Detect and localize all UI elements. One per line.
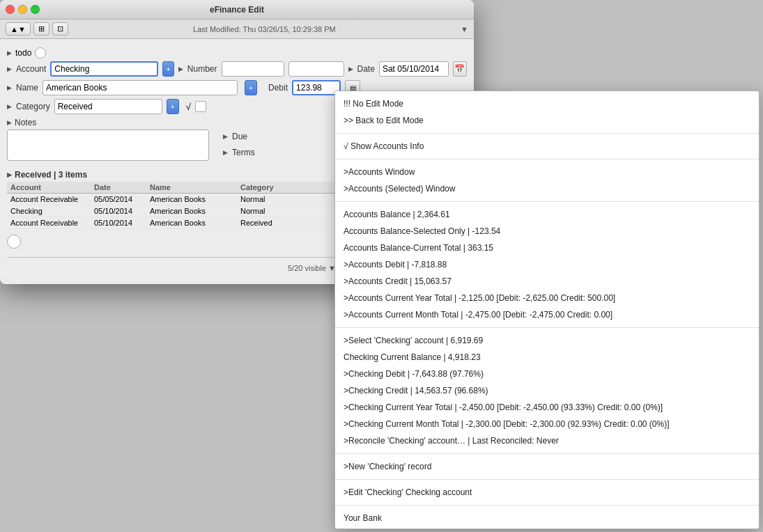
name-triangle[interactable]: ▶	[7, 84, 12, 91]
col-name-header: Name	[150, 183, 240, 191]
todo-circle[interactable]	[35, 47, 46, 58]
toolbar-btn-2[interactable]: ⊞	[33, 22, 49, 36]
toolbar-left: ▲▼ ⊞ ⊡	[6, 22, 68, 36]
checkmark-icon: √	[186, 102, 191, 112]
account-triangle[interactable]: ▶	[7, 65, 12, 72]
toolbar-btn-1[interactable]: ▲▼	[6, 22, 31, 36]
cell-date: 05/05/2014	[94, 195, 150, 203]
notes-label: ▶ Notes	[7, 118, 209, 127]
account-stepper[interactable]: +	[162, 61, 174, 77]
title-bar: eFinance Edit	[0, 0, 474, 19]
grid-icon: ⊞	[38, 24, 45, 33]
terms-row: ▶ Terms	[223, 148, 255, 157]
account-label: Account	[16, 64, 46, 74]
accounts-month-total-item[interactable]: >Accounts Current Month Total | -2,475.0…	[344, 306, 750, 323]
category-triangle[interactable]: ▶	[7, 103, 12, 110]
number-input[interactable]	[222, 61, 284, 77]
no-edit-mode-item[interactable]: !!! No Edit Mode	[344, 95, 750, 112]
notes-textarea[interactable]	[7, 130, 209, 161]
cell-category: Normal	[240, 207, 310, 215]
due-label: Due	[232, 132, 247, 141]
todo-triangle[interactable]: ▶	[7, 49, 12, 56]
notes-triangle[interactable]: ▶	[7, 119, 12, 126]
toolbar: ▲▼ ⊞ ⊡ Last Modified: Thu 03/26/15, 10:2…	[0, 19, 474, 39]
checking-balance-item: Checking Current Balance | 4,918.23	[344, 349, 750, 366]
new-checking-record-item[interactable]: >New 'Checking' record	[344, 458, 750, 475]
close-button[interactable]	[6, 5, 15, 14]
accounts-selected-window-item[interactable]: >Accounts (Selected) Window	[344, 180, 750, 197]
cell-date: 05/10/2014	[94, 207, 150, 215]
category-label: Category	[16, 102, 50, 111]
maximize-button[interactable]	[31, 5, 40, 14]
bank-account-number-item: 1234567890	[344, 526, 750, 529]
number-label: Number	[187, 64, 217, 74]
category-stepper[interactable]: +	[167, 99, 179, 114]
popup-section-8: Your Bank 1234567890 Closing: 5th	[335, 506, 759, 529]
debit-label: Debit	[268, 83, 288, 93]
accounts-window-item[interactable]: >Accounts Window	[344, 164, 750, 180]
modified-text: Last Modified: Thu 03/26/15, 10:29:38 PM	[193, 25, 336, 33]
todo-row: ▶ todo	[7, 45, 467, 61]
name-input[interactable]	[43, 80, 238, 95]
debit-input[interactable]	[292, 80, 341, 95]
accounts-credit-item[interactable]: >Accounts Credit | 15,063.57	[344, 273, 750, 290]
popup-section-6: >New 'Checking' record	[335, 454, 759, 480]
select-checking-item[interactable]: >Select 'Checking' account | 6,919.69	[344, 332, 750, 349]
account-row: ▶ Account + ▶ Number ▶ Date 📅	[7, 61, 467, 77]
cell-account: Account Receivable	[10, 195, 94, 203]
accounts-balance-current-item: Accounts Balance-Current Total | 363.15	[344, 240, 750, 256]
checking-credit-item[interactable]: >Checking Credit | 14,563.57 (96.68%)	[344, 382, 750, 399]
toolbar-btn-3[interactable]: ⊡	[52, 22, 68, 36]
minimize-button[interactable]	[18, 5, 27, 14]
arrow-icon: ▲▼	[10, 25, 26, 33]
dropdown-popup: !!! No Edit Mode >> Back to Edit Mode √ …	[334, 91, 760, 529]
check-box[interactable]	[195, 101, 206, 112]
account-input[interactable]	[50, 61, 158, 77]
accounts-balance-item: Accounts Balance | 2,364.61	[344, 206, 750, 223]
col-category-header: Category	[240, 183, 310, 191]
terms-triangle[interactable]: ▶	[223, 149, 228, 156]
due-row: ▶ Due	[223, 132, 255, 141]
popup-section-3: >Accounts Window >Accounts (Selected) Wi…	[335, 159, 759, 202]
todo-label: todo	[15, 48, 31, 58]
empty-circle-button[interactable]	[7, 235, 21, 249]
cell-date: 05/10/2014	[94, 219, 150, 227]
date-input[interactable]	[379, 61, 449, 77]
visible-count: 5/20 visible ▼	[288, 264, 336, 272]
notes-section: ▶ Notes	[7, 118, 209, 163]
name-stepper[interactable]: +	[245, 80, 257, 95]
checking-month-total-item[interactable]: >Checking Current Month Total | -2,300.0…	[344, 416, 750, 432]
accounts-year-total-item[interactable]: >Accounts Current Year Total | -2,125.00…	[344, 290, 750, 306]
received-triangle[interactable]: ▶	[7, 171, 12, 178]
show-accounts-info-item[interactable]: √ Show Accounts Info	[344, 138, 750, 155]
cell-account: Checking	[10, 207, 94, 215]
edit-checking-account-item[interactable]: >Edit 'Checking' Checking account	[344, 484, 750, 501]
popup-section-5: >Select 'Checking' account | 6,919.69 Ch…	[335, 328, 759, 454]
number-triangle[interactable]: ▶	[178, 65, 183, 72]
cell-category: Normal	[240, 195, 310, 203]
dropdown-arrow-icon[interactable]: ▼	[461, 25, 468, 33]
terms-label: Terms	[232, 148, 255, 157]
due-triangle[interactable]: ▶	[223, 133, 228, 140]
accounts-balance-selected-item: Accounts Balance-Selected Only | -123.54	[344, 223, 750, 240]
date-label: Date	[357, 64, 375, 74]
box-icon: ⊡	[57, 24, 63, 33]
date-triangle[interactable]: ▶	[348, 65, 353, 72]
number-select[interactable]	[288, 61, 344, 77]
accounts-debit-item[interactable]: >Accounts Debit | -7,818.88	[344, 256, 750, 273]
back-to-edit-item[interactable]: >> Back to Edit Mode	[344, 112, 750, 129]
popup-section-1: !!! No Edit Mode >> Back to Edit Mode	[335, 91, 759, 134]
calendar-button[interactable]: 📅	[453, 61, 467, 77]
name-label: Name	[16, 83, 38, 93]
col-account-header: Account	[10, 183, 94, 191]
bank-name-item: Your Bank	[344, 510, 750, 526]
col-date-header: Date	[94, 183, 150, 191]
traffic-lights	[6, 5, 40, 14]
popup-section-4: Accounts Balance | 2,364.61 Accounts Bal…	[335, 202, 759, 328]
cell-name: American Books	[150, 207, 240, 215]
reconcile-checking-item[interactable]: >Reconcile 'Checking' account… | Last Re…	[344, 432, 750, 449]
category-input[interactable]	[54, 99, 162, 114]
cell-name: American Books	[150, 195, 240, 203]
checking-year-total-item[interactable]: >Checking Current Year Total | -2,450.00…	[344, 399, 750, 416]
checking-debit-item[interactable]: >Checking Debit | -7,643.88 (97.76%)	[344, 366, 750, 382]
